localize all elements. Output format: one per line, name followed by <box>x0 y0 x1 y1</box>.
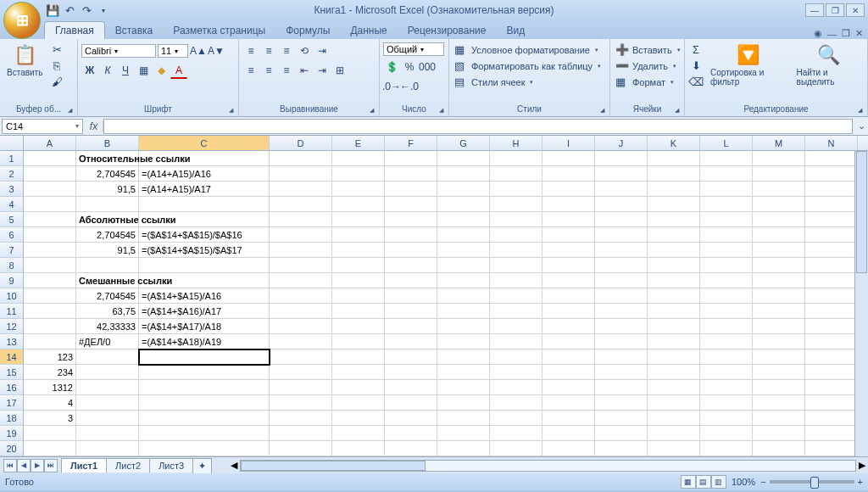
cell[interactable] <box>700 197 753 212</box>
cell[interactable] <box>753 304 805 319</box>
cell[interactable] <box>753 426 805 441</box>
cell[interactable] <box>270 365 332 380</box>
align-right-icon[interactable]: ≡ <box>278 62 295 79</box>
merge-button[interactable]: ⊞ <box>331 62 348 79</box>
cell[interactable] <box>753 273 805 288</box>
cell[interactable] <box>753 411 805 426</box>
tab-разметка страницы[interactable]: Разметка страницы <box>163 22 275 39</box>
row-header[interactable]: 9 <box>0 273 24 288</box>
row-header[interactable]: 4 <box>0 197 24 212</box>
redo-icon[interactable]: ↷ <box>80 3 93 17</box>
cell[interactable]: =($A$14+$A$15)/$A$17 <box>139 243 270 258</box>
cell[interactable] <box>385 273 437 288</box>
row-header[interactable]: 6 <box>0 227 24 243</box>
cell[interactable] <box>385 166 437 182</box>
fx-button[interactable]: fx <box>85 120 103 132</box>
cell[interactable] <box>648 304 700 319</box>
undo-icon[interactable]: ↶ <box>63 3 76 17</box>
cell[interactable] <box>595 151 648 166</box>
cell[interactable] <box>753 288 805 304</box>
cell[interactable] <box>437 365 490 380</box>
cell[interactable] <box>139 258 270 273</box>
cell[interactable] <box>805 426 858 441</box>
cell[interactable] <box>648 411 700 426</box>
cell[interactable] <box>753 395 805 411</box>
cell[interactable] <box>595 197 648 212</box>
cell[interactable] <box>648 227 700 243</box>
cell[interactable] <box>542 349 595 365</box>
sheet-nav-last-icon[interactable]: ⏭ <box>44 459 58 472</box>
column-header[interactable]: J <box>595 136 648 150</box>
cell[interactable] <box>490 411 542 426</box>
column-header[interactable]: D <box>270 136 332 150</box>
cell[interactable] <box>753 441 805 456</box>
cell[interactable] <box>385 334 437 349</box>
cell[interactable]: =(A14+A15)/A17 <box>139 182 270 197</box>
cell[interactable] <box>437 182 490 197</box>
cell[interactable] <box>753 182 805 197</box>
cell[interactable] <box>595 166 648 182</box>
increase-indent-icon[interactable]: ⇥ <box>314 62 331 79</box>
cell[interactable] <box>753 380 805 395</box>
align-top-icon[interactable]: ≡ <box>242 42 259 59</box>
row-header[interactable]: 7 <box>0 243 24 258</box>
cell[interactable] <box>595 243 648 258</box>
cell[interactable]: 2,704545 <box>76 227 139 243</box>
column-header[interactable]: C <box>139 136 270 150</box>
row-header[interactable]: 5 <box>0 212 24 227</box>
cell[interactable] <box>24 182 76 197</box>
cell[interactable] <box>490 212 542 227</box>
cell[interactable] <box>24 426 76 441</box>
row-header[interactable]: 12 <box>0 319 24 334</box>
cell[interactable] <box>332 304 385 319</box>
row-header[interactable]: 15 <box>0 365 24 380</box>
cell[interactable] <box>700 273 753 288</box>
cell[interactable]: 2,704545 <box>76 288 139 304</box>
cell[interactable] <box>595 273 648 288</box>
cell[interactable] <box>490 166 542 182</box>
qat-dropdown-icon[interactable]: ▾ <box>97 3 110 17</box>
cell[interactable] <box>700 304 753 319</box>
cell[interactable] <box>542 197 595 212</box>
cell[interactable]: =(A$14+$A18)/A19 <box>139 334 270 349</box>
cell[interactable] <box>437 151 490 166</box>
cell[interactable] <box>76 197 139 212</box>
row-header[interactable]: 11 <box>0 304 24 319</box>
cell[interactable] <box>332 166 385 182</box>
page-break-view-button[interactable]: ▥ <box>711 475 726 489</box>
cell[interactable] <box>270 166 332 182</box>
cell[interactable] <box>595 258 648 273</box>
cell[interactable] <box>332 288 385 304</box>
cell[interactable] <box>139 395 270 411</box>
cell[interactable] <box>490 334 542 349</box>
cell[interactable] <box>753 227 805 243</box>
cell[interactable] <box>270 258 332 273</box>
cell[interactable] <box>332 273 385 288</box>
sheet-nav-first-icon[interactable]: ⏮ <box>3 459 17 472</box>
cell[interactable] <box>542 304 595 319</box>
delete-cells-button[interactable]: Удалить <box>614 59 678 73</box>
cell[interactable] <box>753 243 805 258</box>
cell[interactable] <box>700 365 753 380</box>
cell[interactable] <box>76 426 139 441</box>
cell[interactable] <box>385 258 437 273</box>
cell[interactable] <box>753 212 805 227</box>
cell[interactable] <box>24 227 76 243</box>
row-header[interactable]: 3 <box>0 182 24 197</box>
cell[interactable] <box>270 380 332 395</box>
autosum-icon[interactable]: Σ <box>688 42 704 56</box>
cell[interactable] <box>700 334 753 349</box>
cell[interactable]: Смешанные ссылки <box>76 273 139 288</box>
cell[interactable] <box>385 411 437 426</box>
cell[interactable] <box>753 258 805 273</box>
font-name-combo[interactable]: Calibri▾ <box>81 44 156 58</box>
cell[interactable] <box>700 258 753 273</box>
cell[interactable] <box>270 319 332 334</box>
cell[interactable] <box>542 151 595 166</box>
cell[interactable] <box>805 395 858 411</box>
column-header[interactable]: K <box>648 136 700 150</box>
row-header[interactable]: 20 <box>0 441 24 456</box>
cell[interactable] <box>24 273 76 288</box>
increase-decimal-icon[interactable]: .0→ <box>383 78 400 95</box>
row-header[interactable]: 14 <box>0 349 24 365</box>
